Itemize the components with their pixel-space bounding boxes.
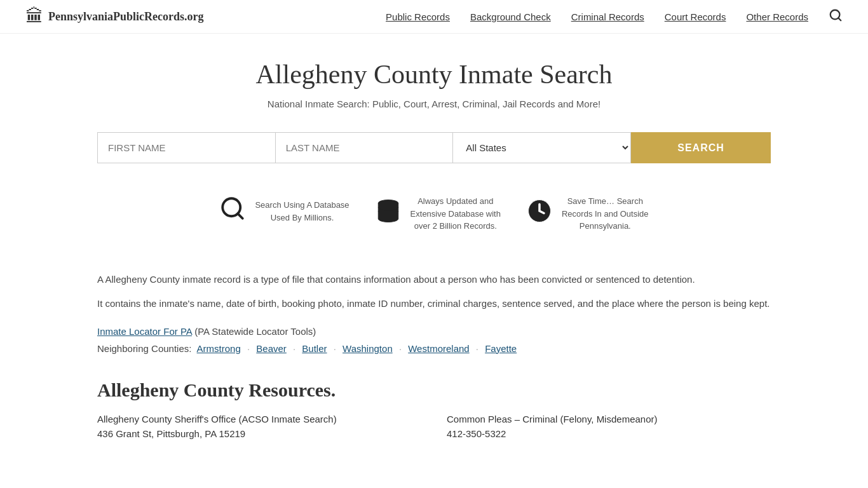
- logo-text: PennsylvaniaPublicRecords.org: [48, 10, 204, 24]
- sep3: ·: [334, 343, 336, 354]
- clock-icon: [526, 198, 553, 230]
- feature-database: Always Updated andExtensive Database wit…: [375, 195, 501, 233]
- sep1: ·: [247, 343, 250, 354]
- county-washington[interactable]: Washington: [342, 343, 393, 354]
- feature-database-text: Always Updated andExtensive Database wit…: [410, 195, 501, 233]
- first-name-input[interactable]: [97, 132, 275, 163]
- nav-criminal-records[interactable]: Criminal Records: [571, 11, 644, 22]
- resource-phone-text: 412-350-5322: [447, 428, 771, 439]
- description-para2: It contains the inmate's name, date of b…: [97, 295, 771, 313]
- county-beaver[interactable]: Beaver: [256, 343, 287, 354]
- database-icon: [375, 198, 402, 230]
- county-butler[interactable]: Butler: [302, 343, 327, 354]
- sep2: ·: [293, 343, 295, 354]
- resource-sheriff-name: Allegheny County Sheriff's Office (ACSO …: [97, 414, 421, 424]
- search-form: All StatesAlabamaAlaskaArizonaArkansasCa…: [97, 132, 771, 163]
- description-para1: A Allegheny County inmate record is a ty…: [97, 271, 771, 289]
- resource-phone: 412-350-5322: [447, 428, 771, 440]
- site-header: 🏛 PennsylvaniaPublicRecords.org Public R…: [0, 0, 868, 34]
- state-select[interactable]: All StatesAlabamaAlaskaArizonaArkansasCa…: [452, 132, 631, 163]
- feature-search-text: Search Using A DatabaseUsed By Millions.: [255, 199, 349, 224]
- description-section: A Allegheny County inmate record is a ty…: [97, 271, 771, 313]
- features-row: Search Using A DatabaseUsed By Millions.…: [97, 189, 771, 239]
- svg-line-3: [238, 214, 243, 219]
- nav-public-records[interactable]: Public Records: [386, 11, 450, 22]
- feature-time-text: Save Time… SearchRecords In and OutsideP…: [562, 195, 649, 233]
- counties-prefix: Neighboring Counties:: [97, 343, 191, 354]
- counties-line: Neighboring Counties: Armstrong · Beaver…: [97, 343, 771, 354]
- resources-grid: Allegheny County Sheriff's Office (ACSO …: [97, 414, 771, 440]
- resources-title: Allegheny County Resources.: [97, 379, 771, 401]
- inmate-locator-link[interactable]: Inmate Locator For PA: [97, 326, 192, 337]
- sep5: ·: [476, 343, 478, 354]
- magnifier-icon: [219, 195, 246, 227]
- page-subtitle: National Inmate Search: Public, Court, A…: [97, 98, 771, 109]
- nav-other-records[interactable]: Other Records: [746, 11, 808, 22]
- main-content: Allegheny County Inmate Search National …: [85, 34, 783, 466]
- main-nav: Public Records Background Check Criminal…: [386, 8, 843, 25]
- header-search-button[interactable]: [829, 8, 843, 25]
- last-name-input[interactable]: [275, 132, 453, 163]
- resource-common-pleas-name: Common Pleas – Criminal (Felony, Misdeme…: [447, 414, 771, 424]
- resource-address: 436 Grant St, Pittsburgh, PA 15219: [97, 428, 421, 440]
- sep4: ·: [399, 343, 402, 354]
- page-title: Allegheny County Inmate Search: [97, 59, 771, 90]
- county-armstrong[interactable]: Armstrong: [197, 343, 241, 354]
- county-fayette[interactable]: Fayette: [485, 343, 517, 354]
- logo-link[interactable]: 🏛 PennsylvaniaPublicRecords.org: [25, 8, 204, 25]
- resource-common-pleas: Common Pleas – Criminal (Felony, Misdeme…: [447, 414, 771, 426]
- resource-address-text: 436 Grant St, Pittsburgh, PA 15219: [97, 428, 421, 439]
- nav-court-records[interactable]: Court Records: [665, 11, 726, 22]
- svg-line-1: [838, 18, 841, 20]
- nav-background-check[interactable]: Background Check: [470, 11, 551, 22]
- search-button[interactable]: SEARCH: [631, 132, 771, 163]
- feature-search: Search Using A DatabaseUsed By Millions.: [219, 195, 349, 227]
- county-westmoreland[interactable]: Westmoreland: [408, 343, 469, 354]
- resource-sheriff: Allegheny County Sheriff's Office (ACSO …: [97, 414, 421, 426]
- locator-suffix: (PA Statewide Locator Tools): [192, 326, 316, 337]
- feature-time: Save Time… SearchRecords In and OutsideP…: [526, 195, 649, 233]
- locator-line: Inmate Locator For PA (PA Statewide Loca…: [97, 326, 771, 337]
- logo-icon: 🏛: [25, 8, 43, 25]
